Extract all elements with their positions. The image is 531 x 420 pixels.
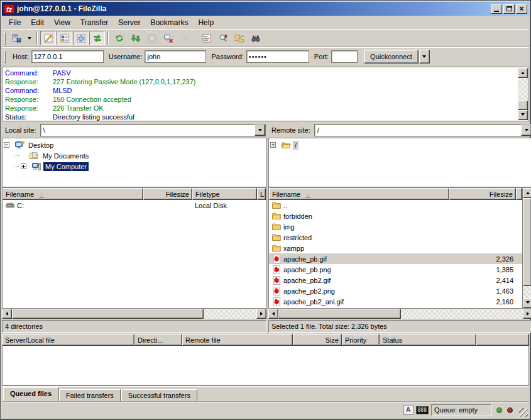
scroll-left-button[interactable] bbox=[268, 309, 278, 319]
file-row-apache-pb-png[interactable]: apache_pb.png1,385 bbox=[269, 264, 522, 275]
menu-view[interactable]: View bbox=[49, 16, 75, 29]
synchronized-browsing-button[interactable] bbox=[231, 31, 247, 45]
scroll-up-button[interactable] bbox=[518, 68, 528, 78]
directory-comparison-button[interactable] bbox=[199, 31, 214, 45]
column-header-priority[interactable]: Priority bbox=[342, 334, 380, 346]
filezilla-logo-icon: fz bbox=[4, 4, 14, 14]
file-row-img[interactable]: img bbox=[269, 221, 522, 232]
file-row-apache-pb2-png[interactable]: apache_pb2.png1,463 bbox=[269, 285, 522, 296]
scroll-right-button[interactable] bbox=[523, 309, 531, 319]
username-input[interactable] bbox=[145, 50, 206, 63]
column-header-remote-file[interactable]: Remote file bbox=[182, 334, 293, 346]
quickconnect-button[interactable]: Quickconnect bbox=[364, 50, 419, 64]
scroll-up-button[interactable] bbox=[523, 188, 531, 198]
find-files-button[interactable] bbox=[248, 31, 263, 45]
scroll-down-button[interactable] bbox=[518, 110, 528, 120]
menu-bookmarks[interactable]: Bookmarks bbox=[145, 16, 193, 29]
menu-file[interactable]: File bbox=[4, 16, 26, 29]
local-tree-pane: Local site: \ DesktopMy DocumentsMy Comp… bbox=[2, 123, 266, 187]
scroll-right-button[interactable] bbox=[256, 309, 266, 319]
column-header-filename[interactable]: Filename bbox=[269, 188, 449, 200]
site-manager-dropdown-button[interactable] bbox=[25, 31, 34, 45]
file-row-apache-pb2-ani-gif[interactable]: apache_pb2_ani.gif2,160 bbox=[269, 296, 522, 307]
column-header-status[interactable]: Status bbox=[380, 334, 476, 346]
transfer-type-indicator-icon[interactable]: A bbox=[403, 405, 413, 415]
local-horizontal-scrollbar[interactable] bbox=[2, 309, 266, 319]
quickconnect-grip[interactable] bbox=[4, 50, 6, 63]
file-row-apache-pb-gif[interactable]: apache_pb.gif2,326 bbox=[269, 253, 522, 264]
process-queue-button[interactable] bbox=[128, 31, 143, 45]
menu-transfer[interactable]: Transfer bbox=[75, 16, 113, 29]
maximize-button[interactable] bbox=[503, 4, 515, 14]
column-header-filetype[interactable]: Filetype bbox=[192, 188, 257, 200]
file-row-apache-pb2-gif[interactable]: apache_pb2.gif2,414 bbox=[269, 275, 522, 285]
window-title: john@127.0.0.1 - FileZilla bbox=[17, 4, 490, 13]
collapse-icon[interactable] bbox=[4, 142, 9, 148]
tree-item-desktop[interactable]: Desktop bbox=[4, 140, 266, 150]
file-row-forbidden[interactable]: forbidden bbox=[269, 211, 522, 221]
remote-horizontal-scrollbar[interactable] bbox=[268, 309, 531, 319]
file-row-[interactable]: .. bbox=[269, 200, 522, 211]
password-input[interactable] bbox=[246, 50, 309, 63]
minimize-button[interactable] bbox=[491, 4, 502, 14]
queue-body[interactable] bbox=[2, 346, 529, 385]
arrow-down-icon bbox=[526, 301, 530, 306]
title-bar[interactable]: fz john@127.0.0.1 - FileZilla × bbox=[2, 2, 529, 16]
toggle-transfer-queue-button[interactable] bbox=[89, 31, 105, 45]
scrollbar-thumb[interactable] bbox=[518, 101, 528, 110]
filename-filters-button[interactable] bbox=[215, 31, 231, 45]
close-button[interactable]: × bbox=[516, 4, 527, 14]
menu-help[interactable]: Help bbox=[193, 16, 219, 29]
scrollbar-thumb[interactable] bbox=[523, 198, 531, 286]
file-row-restricted[interactable]: restricted bbox=[269, 232, 522, 243]
column-header-filler bbox=[516, 188, 522, 200]
column-header-filename[interactable]: Filename bbox=[3, 188, 143, 200]
scrollbar-thumb[interactable] bbox=[12, 309, 204, 319]
tree-item-my-computer[interactable]: My Computer bbox=[4, 161, 266, 172]
quickconnect-dropdown-button[interactable] bbox=[419, 50, 430, 64]
tree-item-my-documents[interactable]: My Documents bbox=[4, 150, 266, 161]
expand-icon[interactable] bbox=[21, 163, 26, 169]
computer-icon bbox=[31, 162, 41, 172]
expand-icon[interactable] bbox=[270, 142, 276, 148]
speed-limits-indicator-icon[interactable]: 888 bbox=[416, 406, 429, 414]
menu-edit[interactable]: Edit bbox=[26, 16, 49, 29]
toggle-message-log-button[interactable] bbox=[40, 31, 56, 45]
local-site-dropdown-button[interactable] bbox=[255, 124, 265, 136]
tree-connector bbox=[14, 155, 20, 156]
local-file-list: C:Local Disk bbox=[3, 200, 266, 308]
remote-vertical-scrollbar[interactable] bbox=[522, 188, 531, 308]
menu-server[interactable]: Server bbox=[113, 16, 145, 29]
column-header-size[interactable]: Size bbox=[293, 334, 342, 346]
remote-site-dropdown-button[interactable] bbox=[521, 124, 531, 136]
toggle-local-tree-button[interactable] bbox=[57, 31, 72, 45]
username-label: Username: bbox=[109, 53, 143, 60]
column-header-l[interactable]: L bbox=[257, 188, 266, 200]
local-site-combo[interactable]: \ bbox=[40, 124, 266, 136]
column-header-directi[interactable]: Directi... bbox=[134, 334, 182, 346]
tab-successful-transfers[interactable]: Successful transfers bbox=[121, 389, 197, 401]
disconnect-button[interactable] bbox=[160, 31, 176, 45]
file-row-xampp[interactable]: xampp bbox=[269, 243, 522, 253]
tab-queued-files[interactable]: Queued files bbox=[3, 387, 58, 401]
tree-item-label: My Documents bbox=[41, 152, 90, 160]
toolbar-grip[interactable] bbox=[4, 32, 6, 45]
column-header-filesize[interactable]: Filesize bbox=[449, 188, 516, 200]
tab-failed-transfers[interactable]: Failed transfers bbox=[59, 389, 121, 401]
site-manager-button[interactable] bbox=[8, 31, 24, 45]
toggle-remote-tree-button[interactable] bbox=[73, 31, 89, 45]
port-input[interactable] bbox=[331, 50, 358, 63]
scroll-down-button[interactable] bbox=[523, 298, 531, 308]
file-row-c[interactable]: C:Local Disk bbox=[3, 200, 266, 211]
tree-item-[interactable]: / bbox=[270, 140, 531, 150]
message-log-scrollbar[interactable] bbox=[518, 68, 528, 120]
scroll-left-button[interactable] bbox=[2, 309, 12, 319]
refresh-button[interactable] bbox=[111, 31, 127, 45]
local-site-label: Local site: bbox=[3, 126, 40, 134]
remote-site-combo[interactable]: / bbox=[314, 124, 531, 136]
host-input[interactable] bbox=[31, 50, 104, 63]
resize-grip[interactable] bbox=[519, 408, 528, 417]
scrollbar-thumb[interactable] bbox=[278, 309, 401, 319]
column-header-filesize[interactable]: Filesize bbox=[143, 188, 192, 200]
column-header-server-local-file[interactable]: Server/Local file bbox=[2, 334, 134, 346]
